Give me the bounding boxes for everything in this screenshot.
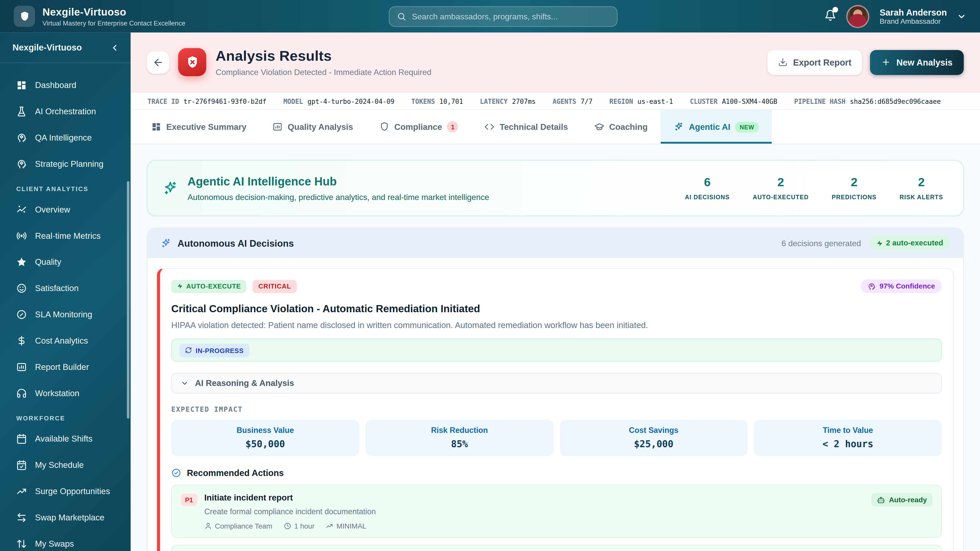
- auto-executed-pill: 2 auto-executed: [869, 235, 950, 251]
- stat-predictions: 2 PREDICTIONS: [832, 176, 877, 200]
- plus-icon: [881, 57, 891, 67]
- psychology-icon: [868, 282, 876, 290]
- sidebar-item-available-shifts[interactable]: Available Shifts: [0, 426, 130, 452]
- sidebar-item-label: Overview: [35, 205, 70, 214]
- tab-executive-summary[interactable]: Executive Summary: [138, 110, 259, 144]
- tab-label: Technical Details: [500, 122, 568, 132]
- user-info[interactable]: Sarah Anderson Brand Ambassador: [880, 7, 947, 25]
- ai-reasoning-label: AI Reasoning & Analysis: [195, 379, 294, 388]
- refresh-icon: [185, 347, 192, 354]
- dollar-icon: [16, 335, 27, 346]
- notification-dot: [833, 6, 838, 12]
- impact-label: Business Value: [237, 426, 294, 435]
- sparkles-icon: [674, 122, 684, 132]
- sidebar-scrollbar[interactable]: [127, 181, 129, 419]
- meta-latency: LATENCY2707ms: [480, 97, 536, 105]
- sidebar-item-report-builder[interactable]: Report Builder: [0, 354, 130, 380]
- confidence-label: 97% Confidence: [880, 283, 935, 290]
- sidebar-section-workforce: WORKFORCE: [0, 406, 130, 426]
- recommended-actions-header: Recommended Actions: [171, 468, 942, 478]
- notifications-button[interactable]: [824, 9, 837, 24]
- decision-title: Critical Compliance Violation - Automati…: [171, 303, 942, 315]
- psychology-icon: [16, 159, 27, 169]
- arrow-left-icon: [153, 57, 164, 68]
- sidebar-item-surge-opportunities[interactable]: Surge Opportunities: [0, 478, 130, 504]
- trending-up-icon: [326, 522, 333, 530]
- flask-icon: [16, 106, 27, 117]
- tab-label: Executive Summary: [166, 122, 246, 132]
- sidebar-item-label: My Swaps: [35, 539, 74, 548]
- auto-ready-badge: Auto-ready: [872, 493, 932, 507]
- action-title: Initiate incident report: [204, 493, 375, 502]
- tab-agentic-ai[interactable]: Agentic AI NEW: [661, 110, 772, 144]
- sidebar-item-qa-intelligence[interactable]: QA Intelligence: [0, 124, 130, 151]
- impact-time-to-value: Time to Value < 2 hours: [754, 420, 942, 456]
- zap-icon: [876, 240, 883, 246]
- impact-business-value: Business Value $50,000: [171, 420, 360, 456]
- trend-sparkline-icon: [16, 204, 27, 215]
- collapse-sidebar-icon[interactable]: [110, 43, 119, 52]
- impact-value: $25,000: [634, 438, 673, 450]
- chevron-down-icon[interactable]: [957, 11, 966, 21]
- new-analysis-button[interactable]: New Analysis: [870, 50, 964, 75]
- impact-value: 85%: [451, 438, 468, 450]
- sidebar-item-cost-analytics[interactable]: Cost Analytics: [0, 327, 130, 354]
- sidebar-item-label: Workstation: [35, 388, 80, 398]
- stat-label: PREDICTIONS: [832, 194, 877, 200]
- app-name: Nexgile-Virtuoso: [43, 6, 186, 18]
- sidebar-item-label: Strategic Planning: [35, 159, 103, 168]
- global-search[interactable]: [389, 6, 617, 27]
- sidebar-item-swap-marketplace[interactable]: Swap Marketplace: [0, 504, 130, 530]
- auto-execute-label: AUTO-EXECUTE: [186, 283, 241, 290]
- impact-value: $50,000: [245, 438, 285, 450]
- back-button[interactable]: [147, 51, 169, 73]
- sidebar-item-label: Report Builder: [35, 362, 89, 372]
- action-card-schedule-mandatory-training[interactable]: P1 Schedule mandatory training Assign HI…: [171, 545, 942, 551]
- in-progress-badge: IN-PROGRESS: [180, 343, 249, 357]
- meta-tokens: TOKENS10,701: [411, 97, 463, 105]
- sidebar-item-ai-orchestration[interactable]: AI Orchestration: [0, 98, 130, 124]
- impact-cost-savings: Cost Savings $25,000: [560, 420, 748, 456]
- sidebar-item-overview[interactable]: Overview: [0, 196, 130, 222]
- sidebar-item-strategic-planning[interactable]: Strategic Planning: [0, 151, 130, 177]
- shield-icon: [18, 10, 30, 22]
- application-window: Nexgile-Virtuoso Virtual Mastery for Ent…: [0, 0, 980, 551]
- tab-compliance[interactable]: Compliance 1: [366, 110, 472, 144]
- tab-coaching[interactable]: Coaching: [581, 110, 661, 144]
- sidebar-item-workstation[interactable]: Workstation: [0, 380, 130, 406]
- sidebar-item-realtime-metrics[interactable]: Real-time Metrics: [0, 222, 130, 249]
- auto-ready-label: Auto-ready: [889, 496, 927, 503]
- ai-reasoning-toggle[interactable]: AI Reasoning & Analysis: [171, 373, 942, 394]
- sidebar-item-label: Quality: [35, 257, 61, 267]
- sidebar-item-label: Surge Opportunities: [35, 486, 110, 496]
- tab-quality-analysis[interactable]: Quality Analysis: [259, 110, 366, 144]
- action-card-initiate-incident-report[interactable]: P1 Initiate incident report Create forma…: [171, 485, 942, 538]
- app-identity: Nexgile-Virtuoso Virtual Mastery for Ent…: [43, 6, 186, 27]
- calendar-check-icon: [16, 459, 27, 470]
- decision-card: AUTO-EXECUTE CRITICAL 97% Confidence: [157, 268, 954, 551]
- search-input[interactable]: [412, 12, 609, 21]
- export-report-button[interactable]: Export Report: [767, 50, 862, 75]
- sidebar-item-quality[interactable]: Quality: [0, 249, 130, 275]
- page-header: Analysis Results Compliance Violation De…: [130, 32, 980, 92]
- action-meta: Compliance Team 1 hour: [204, 522, 375, 530]
- hub-subtitle: Autonomous decision-making, predictive a…: [188, 192, 489, 202]
- page-title-block: Analysis Results Compliance Violation De…: [216, 48, 431, 77]
- sidebar-item-satisfaction[interactable]: Satisfaction: [0, 275, 130, 301]
- sidebar-item-dashboard[interactable]: Dashboard: [0, 72, 130, 98]
- sidebar-item-label: Available Shifts: [35, 434, 92, 443]
- top-bar: Nexgile-Virtuoso Virtual Mastery for Ent…: [0, 0, 980, 32]
- sidebar-item-my-swaps[interactable]: My Swaps: [0, 530, 130, 551]
- sidebar-item-label: Dashboard: [35, 80, 76, 90]
- agentic-hub-banner: Agentic AI Intelligence Hub Autonomous d…: [147, 160, 964, 216]
- action-duration: 1 hour: [283, 522, 314, 530]
- sidebar-item-my-schedule[interactable]: My Schedule: [0, 452, 130, 478]
- user-avatar[interactable]: [846, 5, 870, 28]
- stat-value: 2: [900, 176, 943, 189]
- stat-label: AI DECISIONS: [685, 194, 730, 200]
- page-subtitle: Compliance Violation Detected - Immediat…: [216, 67, 431, 77]
- sidebar-header: Nexgile-Virtuoso: [0, 32, 130, 63]
- sidebar-item-sla-monitoring[interactable]: SLA Monitoring: [0, 301, 130, 327]
- stat-value: 6: [685, 176, 730, 189]
- tab-technical-details[interactable]: Technical Details: [472, 110, 581, 144]
